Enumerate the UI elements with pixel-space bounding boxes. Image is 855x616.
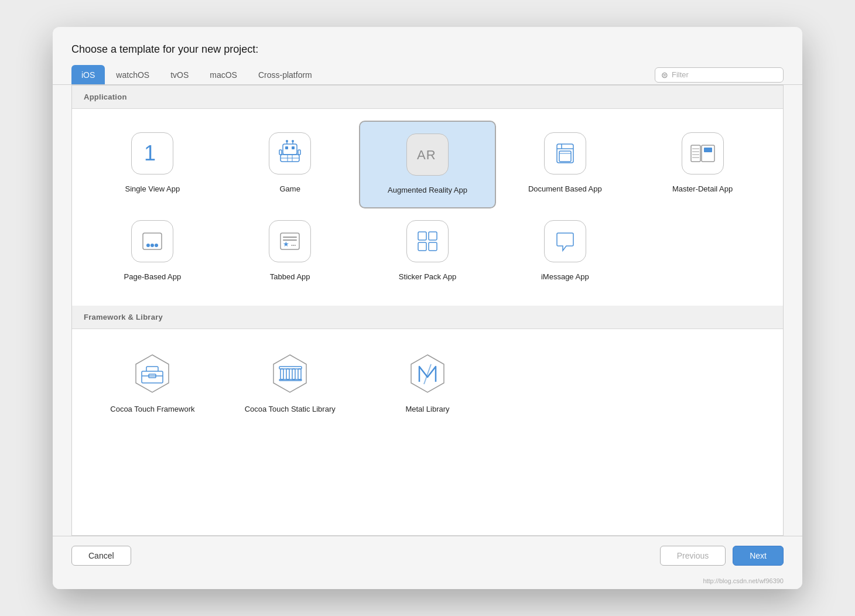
game-label: Game xyxy=(279,184,300,194)
template-cocoa-static[interactable]: Cocoa Touch Static Library xyxy=(221,341,359,426)
filter-icon: ⊜ xyxy=(661,70,668,80)
next-button[interactable]: Next xyxy=(733,546,784,566)
framework-grid: Cocoa Touch Framework xyxy=(72,329,783,438)
svg-text:1: 1 xyxy=(144,141,156,165)
tab-tvos[interactable]: tvOS xyxy=(160,65,199,84)
metal-library-icon-wrapper xyxy=(404,350,451,397)
document-icon-wrapper xyxy=(542,130,589,177)
svg-rect-45 xyxy=(279,367,302,369)
dialog-title: Choose a template for your new project: xyxy=(71,43,258,55)
metal-library-label: Metal Library xyxy=(405,404,449,415)
cocoa-framework-label: Cocoa Touch Framework xyxy=(110,404,194,415)
svg-point-10 xyxy=(286,140,288,142)
svg-rect-35 xyxy=(429,242,437,251)
svg-rect-13 xyxy=(298,150,300,155)
template-document-app[interactable]: Document Based App xyxy=(496,121,634,208)
tab-watchos[interactable]: watchOS xyxy=(106,65,159,84)
metal-library-svg xyxy=(406,353,449,395)
master-detail-svg xyxy=(689,141,717,166)
document-label: Document Based App xyxy=(528,184,602,194)
single-view-icon: 1 xyxy=(131,132,173,174)
svg-text:•••: ••• xyxy=(291,242,296,248)
template-sticker-pack[interactable]: Sticker Pack App xyxy=(359,208,497,294)
master-detail-icon xyxy=(682,132,724,174)
tabbed-svg: ★ ••• xyxy=(277,228,303,254)
single-view-icon-wrapper: 1 xyxy=(129,130,176,177)
game-icon xyxy=(269,132,311,174)
page-based-label: Page-Based App xyxy=(124,272,182,282)
master-detail-icon-wrapper xyxy=(679,130,726,177)
template-metal-library[interactable]: Metal Library xyxy=(359,341,497,426)
tab-cross-platform[interactable]: Cross-platform xyxy=(248,65,322,84)
filter-box: ⊜ xyxy=(655,67,784,83)
template-single-view-app[interactable]: 1 Single View App xyxy=(84,121,221,208)
ar-icon: AR xyxy=(406,134,449,176)
svg-rect-43 xyxy=(292,369,295,379)
svg-rect-41 xyxy=(281,369,283,379)
imessage-icon-wrapper xyxy=(542,218,589,265)
imessage-label: iMessage App xyxy=(541,272,589,282)
svg-rect-3 xyxy=(292,146,295,149)
cocoa-static-icon-wrapper xyxy=(266,350,313,397)
framework-section-header: Framework & Library xyxy=(72,306,783,329)
sticker-pack-label: Sticker Pack App xyxy=(399,272,456,282)
cocoa-static-svg xyxy=(269,353,311,395)
single-view-label: Single View App xyxy=(125,184,180,194)
cocoa-framework-icon-wrapper xyxy=(129,350,176,397)
cancel-button[interactable]: Cancel xyxy=(71,546,131,566)
template-cocoa-framework[interactable]: Cocoa Touch Framework xyxy=(84,341,221,426)
document-icon xyxy=(544,132,586,174)
svg-point-24 xyxy=(146,244,150,247)
page-based-icon xyxy=(131,220,173,262)
dialog-footer: Cancel Previous Next xyxy=(53,536,802,575)
watermark: http://blog.csdn.net/wf96390 xyxy=(53,575,802,589)
svg-text:★: ★ xyxy=(283,240,289,248)
content-area: Application 1 Single View App xyxy=(71,85,784,536)
page-based-icon-wrapper xyxy=(129,218,176,265)
page-based-svg xyxy=(139,228,165,254)
template-game[interactable]: Game xyxy=(221,121,359,208)
cocoa-static-label: Cocoa Touch Static Library xyxy=(245,404,336,415)
dialog-header: Choose a template for your new project: xyxy=(53,27,802,65)
svg-rect-16 xyxy=(691,145,700,162)
svg-text:AR: AR xyxy=(417,148,436,162)
svg-rect-42 xyxy=(286,369,289,379)
ar-icon-wrapper: AR xyxy=(404,131,451,178)
imessage-svg xyxy=(552,228,578,254)
svg-rect-32 xyxy=(418,232,426,240)
tabbed-label: Tabbed App xyxy=(270,272,310,282)
svg-rect-28 xyxy=(283,237,297,238)
footer-right: Previous Next xyxy=(660,546,784,566)
sticker-pack-icon-wrapper xyxy=(404,218,451,265)
svg-rect-1 xyxy=(283,144,297,155)
svg-rect-34 xyxy=(418,242,426,251)
svg-rect-37 xyxy=(142,371,163,383)
new-project-dialog: Choose a template for your new project: … xyxy=(53,27,802,589)
master-detail-label: Master-Detail App xyxy=(672,184,733,194)
svg-point-25 xyxy=(151,244,154,247)
tabbed-icon: ★ ••• xyxy=(269,220,311,262)
previous-button[interactable]: Previous xyxy=(660,546,726,566)
imessage-icon xyxy=(544,220,586,262)
template-master-detail[interactable]: Master-Detail App xyxy=(634,121,771,208)
svg-marker-36 xyxy=(136,355,169,392)
tabs-bar: iOS watchOS tvOS macOS Cross-platform ⊜ xyxy=(53,65,802,85)
metal-library-icon xyxy=(406,353,449,395)
template-imessage[interactable]: iMessage App xyxy=(496,208,634,294)
svg-rect-2 xyxy=(285,146,288,149)
template-ar-app[interactable]: AR Augmented Reality App xyxy=(359,121,497,208)
game-svg xyxy=(276,139,304,167)
ar-label: Augmented Reality App xyxy=(388,185,467,196)
tab-macos[interactable]: macOS xyxy=(200,65,247,84)
tab-ios[interactable]: iOS xyxy=(71,65,105,84)
template-tabbed-app[interactable]: ★ ••• Tabbed App xyxy=(221,208,359,294)
svg-rect-46 xyxy=(279,379,302,381)
ar-svg: AR xyxy=(415,142,440,167)
sticker-pack-svg xyxy=(415,228,440,254)
document-svg xyxy=(552,141,578,166)
svg-point-26 xyxy=(155,244,158,247)
cocoa-static-icon xyxy=(269,353,311,395)
sticker-pack-icon xyxy=(406,220,449,262)
template-page-based[interactable]: Page-Based App xyxy=(84,208,221,294)
filter-input[interactable] xyxy=(672,70,777,79)
